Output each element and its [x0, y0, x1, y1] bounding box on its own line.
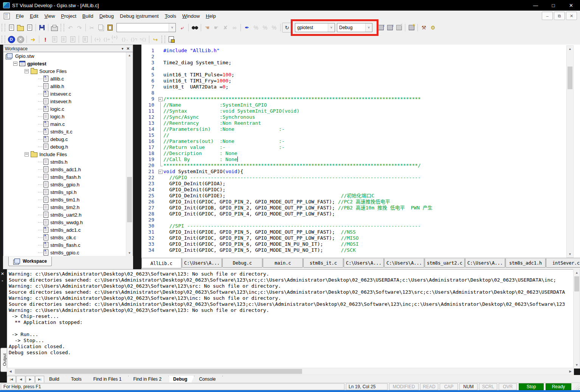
output-tab-debug[interactable]: Debug	[169, 376, 194, 383]
tree-item-logic-c[interactable]: logic.c	[3, 105, 133, 113]
tree-item-stm8s-adc1-h[interactable]: stm8s_adc1.h	[3, 166, 133, 173]
tab-workspace[interactable]: Workspace	[8, 257, 52, 266]
redo-icon[interactable]: ↷	[75, 23, 84, 32]
toolbar-grip[interactable]	[60, 24, 64, 31]
scroll-up-icon[interactable]: ▲	[126, 52, 133, 59]
tree-item-alllib-c[interactable]: alllib.c	[3, 75, 133, 82]
clear-watch-icon[interactable]: ✘	[221, 23, 230, 32]
editor-tab-intsever-c[interactable]: intSever.c	[546, 259, 580, 268]
tree-item-gpio-stw[interactable]: Gpio.stw	[3, 52, 133, 60]
tree-item-stm8s-tim1-h[interactable]: stm8s_tim1.h	[3, 196, 133, 203]
collapse-icon[interactable]	[13, 62, 17, 66]
scroll-down-icon[interactable]: ▼	[567, 251, 573, 257]
tree-item-stm8s-uart2-h[interactable]: stm8s_uart2.h	[3, 211, 133, 218]
save-icon[interactable]	[37, 23, 47, 32]
mdi-document-icon[interactable]	[4, 13, 10, 19]
output-vscrollbar[interactable]: ▲ ▼	[573, 269, 580, 369]
goto-icon[interactable]: ⤶	[178, 23, 187, 32]
step-over-icon[interactable]	[59, 35, 68, 44]
step-brace-icon-5[interactable]: {}↰	[129, 35, 138, 44]
mdi-restore-button[interactable]: ⧉	[554, 12, 565, 20]
fold-collapse-icon[interactable]	[157, 169, 163, 175]
new-file-icon[interactable]	[7, 23, 16, 32]
tree-item-debug-h[interactable]: debug.h	[3, 143, 133, 150]
cut-icon[interactable]: ✂	[87, 23, 96, 32]
stop-button[interactable]: Stop	[519, 383, 544, 390]
tree-item-gpiotest[interactable]: gpiotest	[3, 60, 133, 67]
find-in-files-icon[interactable]	[190, 23, 199, 32]
tree-item-stm8s-gpio-c[interactable]: stm8s_gpio.c	[3, 249, 133, 256]
editor-tab-c-users-a-[interactable]: C:\Users\A...	[465, 259, 505, 268]
hand-remove-watch-icon[interactable]: ☛	[212, 23, 221, 32]
stop-build-icon[interactable]: ✗	[394, 23, 403, 32]
hand-add-watch-icon[interactable]: ☚	[203, 23, 212, 32]
scroll-down-icon[interactable]: ▼	[126, 250, 133, 256]
toolbar-grip[interactable]	[2, 36, 5, 43]
editor-tab-stm8s-uart2-c[interactable]: stm8s_uart2.c	[425, 259, 465, 268]
editor-tab-debug-c[interactable]: Debug.c	[222, 259, 262, 268]
tree-item-stm8s-h[interactable]: stm8s.h	[3, 158, 133, 166]
step-brace-icon-6[interactable]: ↰{}	[138, 35, 147, 44]
output-tab-build[interactable]: Build	[45, 376, 67, 383]
scroll-up-icon[interactable]: ▲	[574, 270, 580, 276]
menu-file[interactable]: File	[13, 12, 27, 20]
menu-tools[interactable]: Tools	[162, 12, 179, 20]
quick-watch-icon[interactable]: ∞	[230, 23, 239, 32]
editor-tab-c-users-a-[interactable]: C:\Users\A...	[344, 259, 384, 268]
halt-icon[interactable]: !	[41, 35, 50, 44]
continue-icon[interactable]: ➔	[28, 35, 37, 44]
output-tab-nav-icon-1[interactable]: |◀	[7, 376, 16, 383]
scroll-left-icon[interactable]: ◀	[7, 368, 14, 375]
toggle-bookmark-icon[interactable]: ✒	[242, 23, 251, 32]
chevron-down-icon[interactable]: ˅	[169, 23, 175, 32]
menu-help[interactable]: Help	[203, 12, 219, 20]
rebuild-all-icon[interactable]: ✳	[407, 23, 416, 32]
collapse-icon[interactable]	[25, 69, 29, 73]
scroll-down-icon[interactable]: ▼	[574, 362, 580, 368]
maximize-button[interactable]: □	[544, 0, 562, 11]
tree-item-stm8s-flash-h[interactable]: stm8s_flash.h	[3, 173, 133, 181]
menu-build[interactable]: Build	[79, 12, 96, 20]
tree-item-include-files[interactable]: Include Files	[3, 150, 133, 158]
chevron-down-icon[interactable]: ˅	[365, 23, 372, 32]
next-bookmark-icon[interactable]: %	[251, 23, 261, 32]
build-icon[interactable]: ↓	[385, 23, 394, 32]
menu-debug-instrument[interactable]: Debug instrument	[117, 12, 162, 20]
prev-bookmark-icon[interactable]: %	[261, 23, 270, 32]
workspace-scrollbar[interactable]: ▲ ▼	[126, 52, 133, 256]
undo-icon[interactable]: ↶	[66, 23, 75, 32]
tree-item-stm8s-adc1-c[interactable]: stm8s_adc1.c	[3, 226, 133, 234]
configuration-combobox[interactable]: Debug ˅	[337, 23, 372, 32]
chevron-down-icon[interactable]: ˅	[328, 23, 335, 32]
scrollbar-thumb[interactable]	[568, 67, 572, 89]
program-chip-icon[interactable]	[167, 35, 176, 44]
tree-item-stm8s-it-c[interactable]: stm8s_it.c	[3, 128, 133, 135]
tree-item-stm8s-flash-c[interactable]: stm8s_flash.c	[3, 241, 133, 249]
scrollbar-thumb[interactable]	[574, 276, 579, 291]
editor-tab-c-users-a-[interactable]: C:\Users\A...	[384, 259, 424, 268]
mdi-close-button[interactable]: ✕	[566, 12, 577, 20]
editor-tab-alllib-c[interactable]: AllLib.c	[141, 258, 181, 268]
scroll-up-icon[interactable]: ▲	[567, 46, 573, 52]
output-tab-find-in-files-1[interactable]: Find in Files 1	[90, 376, 129, 383]
compile-icon[interactable]: ↓	[376, 23, 385, 32]
stop-debugging-icon[interactable]: ✕	[16, 35, 25, 44]
mdi-minimize-button[interactable]: –	[542, 12, 553, 20]
toolbar-grip[interactable]	[161, 36, 165, 43]
menu-view[interactable]: View	[41, 12, 58, 20]
open-file-icon[interactable]	[16, 23, 25, 32]
close-button[interactable]: ✕	[562, 0, 580, 11]
toolbar-grip[interactable]	[2, 24, 5, 31]
workspace-tree[interactable]: Gpio.stwgpiotestSource Filesalllib.calll…	[3, 52, 133, 257]
editor-tab-c-users-a-[interactable]: C:\Users\A...	[182, 259, 222, 268]
tree-item-stm8s-wwdg-h[interactable]: stm8s_wwdg.h	[3, 218, 133, 226]
menu-debug[interactable]: Debug	[96, 12, 117, 20]
workspace-close-icon[interactable]: ✕	[125, 46, 131, 51]
output-tab-nav-icon-2[interactable]: ◀	[16, 376, 25, 383]
tree-item-logic-h[interactable]: logic.h	[3, 113, 133, 120]
tree-item-main-c[interactable]: main.c	[3, 120, 133, 128]
output-console[interactable]: Warning: c:\Users\Administrator\Desktop\…	[7, 269, 574, 370]
print-icon[interactable]	[50, 23, 59, 32]
tree-item-stm8s-tim2-h[interactable]: stm8s_tim2.h	[3, 203, 133, 211]
output-tab-console[interactable]: Console	[195, 376, 223, 383]
